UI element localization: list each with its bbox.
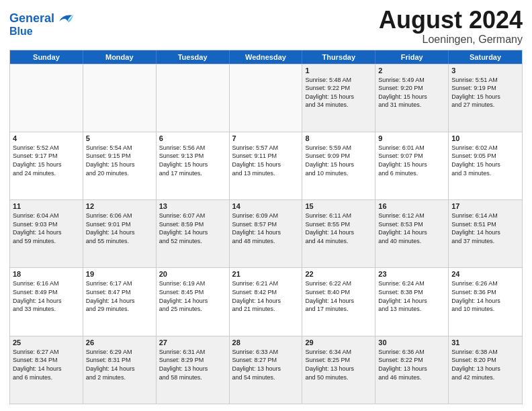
- page: General Blue August 2024 Loeningen, Germ…: [0, 0, 532, 411]
- day-number: 25: [13, 338, 80, 347]
- cell-info: Sunrise: 6:07 AM Sunset: 8:59 PM Dayligh…: [159, 212, 226, 245]
- cell-info: Sunrise: 5:57 AM Sunset: 9:11 PM Dayligh…: [232, 144, 300, 177]
- cell-info: Sunrise: 6:33 AM Sunset: 8:27 PM Dayligh…: [232, 348, 300, 381]
- cell-info: Sunrise: 6:11 AM Sunset: 8:55 PM Dayligh…: [305, 212, 372, 245]
- cal-cell: 18Sunrise: 6:16 AM Sunset: 8:49 PM Dayli…: [10, 268, 83, 335]
- cal-cell: 17Sunrise: 6:14 AM Sunset: 8:51 PM Dayli…: [449, 200, 522, 267]
- cal-cell: 11Sunrise: 6:04 AM Sunset: 9:03 PM Dayli…: [10, 200, 83, 267]
- cell-info: Sunrise: 5:48 AM Sunset: 9:22 PM Dayligh…: [305, 76, 372, 109]
- header: General Blue August 2024 Loeningen, Germ…: [9, 7, 523, 46]
- cal-cell: 5Sunrise: 5:54 AM Sunset: 9:15 PM Daylig…: [83, 132, 157, 199]
- cal-cell: 9Sunrise: 6:01 AM Sunset: 9:07 PM Daylig…: [375, 132, 449, 199]
- header-day-monday: Monday: [83, 50, 157, 64]
- day-number: 4: [13, 134, 80, 142]
- cal-cell: 3Sunrise: 5:51 AM Sunset: 9:19 PM Daylig…: [449, 64, 522, 132]
- cal-cell: 8Sunrise: 5:59 AM Sunset: 9:09 PM Daylig…: [302, 132, 375, 199]
- header-day-friday: Friday: [375, 50, 449, 64]
- cal-cell: 21Sunrise: 6:21 AM Sunset: 8:42 PM Dayli…: [230, 268, 303, 335]
- day-number: 5: [86, 134, 153, 142]
- cal-cell: 15Sunrise: 6:11 AM Sunset: 8:55 PM Dayli…: [302, 200, 375, 267]
- cell-info: Sunrise: 6:29 AM Sunset: 8:31 PM Dayligh…: [86, 348, 153, 381]
- cell-info: Sunrise: 5:56 AM Sunset: 9:13 PM Dayligh…: [159, 144, 226, 177]
- week-row-2: 4Sunrise: 5:52 AM Sunset: 9:17 PM Daylig…: [10, 132, 522, 199]
- cal-cell: 16Sunrise: 6:12 AM Sunset: 8:53 PM Dayli…: [375, 200, 449, 267]
- cell-info: Sunrise: 5:51 AM Sunset: 9:19 PM Dayligh…: [451, 76, 519, 109]
- day-number: 29: [305, 338, 372, 347]
- cell-info: Sunrise: 6:01 AM Sunset: 9:07 PM Dayligh…: [378, 144, 445, 177]
- cell-info: Sunrise: 6:19 AM Sunset: 8:45 PM Dayligh…: [159, 279, 226, 313]
- cal-cell: 12Sunrise: 6:06 AM Sunset: 9:01 PM Dayli…: [83, 200, 157, 267]
- day-number: 8: [305, 134, 372, 142]
- day-number: 18: [13, 270, 80, 278]
- cal-cell: 24Sunrise: 6:26 AM Sunset: 8:36 PM Dayli…: [449, 268, 522, 335]
- cell-info: Sunrise: 6:02 AM Sunset: 9:05 PM Dayligh…: [451, 144, 519, 177]
- header-day-saturday: Saturday: [449, 50, 522, 64]
- cal-cell: [10, 64, 83, 132]
- cal-cell: 31Sunrise: 6:38 AM Sunset: 8:20 PM Dayli…: [449, 336, 522, 404]
- week-row-3: 11Sunrise: 6:04 AM Sunset: 9:03 PM Dayli…: [10, 199, 522, 267]
- week-row-5: 25Sunrise: 6:27 AM Sunset: 8:34 PM Dayli…: [10, 336, 522, 404]
- cal-cell: 28Sunrise: 6:33 AM Sunset: 8:27 PM Dayli…: [230, 336, 303, 404]
- header-day-wednesday: Wednesday: [230, 50, 303, 64]
- day-number: 15: [305, 202, 372, 210]
- day-number: 16: [378, 202, 445, 210]
- cal-cell: 22Sunrise: 6:22 AM Sunset: 8:40 PM Dayli…: [302, 268, 375, 335]
- title-month: August 2024: [379, 7, 523, 34]
- cell-info: Sunrise: 6:34 AM Sunset: 8:25 PM Dayligh…: [305, 348, 372, 381]
- cal-cell: 7Sunrise: 5:57 AM Sunset: 9:11 PM Daylig…: [230, 132, 303, 199]
- cell-info: Sunrise: 6:09 AM Sunset: 8:57 PM Dayligh…: [232, 212, 300, 245]
- day-number: 14: [232, 202, 300, 210]
- day-number: 31: [451, 338, 519, 347]
- cell-info: Sunrise: 5:59 AM Sunset: 9:09 PM Dayligh…: [305, 144, 372, 177]
- cal-cell: 13Sunrise: 6:07 AM Sunset: 8:59 PM Dayli…: [157, 200, 230, 267]
- cal-cell: 10Sunrise: 6:02 AM Sunset: 9:05 PM Dayli…: [449, 132, 522, 199]
- week-row-4: 18Sunrise: 6:16 AM Sunset: 8:49 PM Dayli…: [10, 267, 522, 335]
- day-number: 11: [13, 202, 80, 210]
- week-row-1: 1Sunrise: 5:48 AM Sunset: 9:22 PM Daylig…: [10, 64, 522, 132]
- logo-bird-icon: [56, 9, 75, 28]
- cell-info: Sunrise: 6:04 AM Sunset: 9:03 PM Dayligh…: [13, 212, 80, 245]
- header-day-tuesday: Tuesday: [157, 50, 230, 64]
- logo: General Blue: [9, 9, 75, 38]
- day-number: 28: [232, 338, 300, 347]
- day-number: 19: [86, 270, 153, 278]
- cal-cell: [157, 64, 230, 132]
- day-number: 17: [451, 202, 519, 210]
- day-number: 30: [378, 338, 445, 347]
- cal-cell: 20Sunrise: 6:19 AM Sunset: 8:45 PM Dayli…: [157, 268, 230, 335]
- cal-cell: 2Sunrise: 5:49 AM Sunset: 9:20 PM Daylig…: [375, 64, 449, 132]
- day-number: 20: [159, 270, 226, 278]
- cell-info: Sunrise: 5:52 AM Sunset: 9:17 PM Dayligh…: [13, 144, 80, 177]
- day-number: 27: [159, 338, 226, 347]
- cal-cell: 1Sunrise: 5:48 AM Sunset: 9:22 PM Daylig…: [302, 64, 375, 132]
- cell-info: Sunrise: 6:24 AM Sunset: 8:38 PM Dayligh…: [378, 279, 445, 313]
- cal-cell: 26Sunrise: 6:29 AM Sunset: 8:31 PM Dayli…: [83, 336, 157, 404]
- header-day-sunday: Sunday: [10, 50, 83, 64]
- logo-text: General: [9, 12, 54, 26]
- cal-cell: 19Sunrise: 6:17 AM Sunset: 8:47 PM Dayli…: [83, 268, 157, 335]
- day-number: 6: [159, 134, 226, 142]
- day-number: 23: [378, 270, 445, 278]
- cell-info: Sunrise: 6:14 AM Sunset: 8:51 PM Dayligh…: [451, 212, 519, 245]
- cell-info: Sunrise: 6:21 AM Sunset: 8:42 PM Dayligh…: [232, 279, 300, 313]
- cell-info: Sunrise: 5:54 AM Sunset: 9:15 PM Dayligh…: [86, 144, 153, 177]
- cal-cell: [230, 64, 303, 132]
- cell-info: Sunrise: 6:27 AM Sunset: 8:34 PM Dayligh…: [13, 348, 80, 381]
- day-number: 9: [378, 134, 445, 142]
- cell-info: Sunrise: 6:16 AM Sunset: 8:49 PM Dayligh…: [13, 279, 80, 313]
- cell-info: Sunrise: 6:36 AM Sunset: 8:22 PM Dayligh…: [378, 348, 445, 381]
- calendar-body: 1Sunrise: 5:48 AM Sunset: 9:22 PM Daylig…: [10, 64, 522, 404]
- cell-info: Sunrise: 6:06 AM Sunset: 9:01 PM Dayligh…: [86, 212, 153, 245]
- cell-info: Sunrise: 5:49 AM Sunset: 9:20 PM Dayligh…: [378, 76, 445, 109]
- header-day-thursday: Thursday: [302, 50, 375, 64]
- cal-cell: 25Sunrise: 6:27 AM Sunset: 8:34 PM Dayli…: [10, 336, 83, 404]
- day-number: 26: [86, 338, 153, 347]
- title-block: August 2024 Loeningen, Germany: [379, 7, 523, 46]
- cell-info: Sunrise: 6:17 AM Sunset: 8:47 PM Dayligh…: [86, 279, 153, 313]
- cal-cell: 23Sunrise: 6:24 AM Sunset: 8:38 PM Dayli…: [375, 268, 449, 335]
- cal-cell: 27Sunrise: 6:31 AM Sunset: 8:29 PM Dayli…: [157, 336, 230, 404]
- cell-info: Sunrise: 6:31 AM Sunset: 8:29 PM Dayligh…: [159, 348, 226, 381]
- day-number: 13: [159, 202, 226, 210]
- cal-cell: 30Sunrise: 6:36 AM Sunset: 8:22 PM Dayli…: [375, 336, 449, 404]
- cal-cell: 14Sunrise: 6:09 AM Sunset: 8:57 PM Dayli…: [230, 200, 303, 267]
